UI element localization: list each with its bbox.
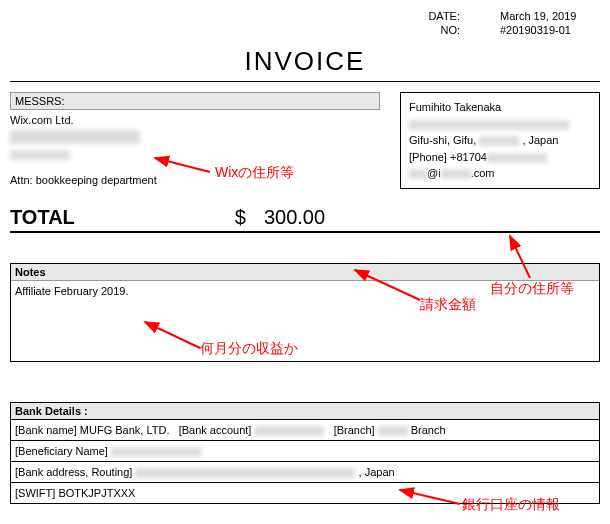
bank-branch-label: [Branch] — [334, 424, 375, 436]
bank-row-3: [Bank address, Routing] , Japan — [11, 462, 599, 483]
swift-line: [SWIFT] BOTKJPJTXXX — [15, 487, 135, 499]
no-value: #20190319-01 — [500, 24, 600, 36]
bank-address-suffix: , Japan — [359, 466, 395, 478]
date-value: March 19, 2019 — [500, 10, 600, 22]
sender-email-mid: @i — [427, 167, 441, 179]
invoice-date-row: DATE: March 19, 2019 — [10, 10, 600, 22]
recipient-address-redacted-2 — [10, 148, 380, 160]
sender-block: Fumihito Takenaka Gifu-shi, Gifu, , Japa… — [400, 92, 600, 189]
bank-row-4: [SWIFT] BOTKJPJTXXX — [11, 483, 599, 504]
total-label: TOTAL — [10, 206, 75, 229]
bank-details-box: Bank Details : [Bank name] MUFG Bank, LT… — [10, 402, 600, 504]
invoice-title: INVOICE — [245, 46, 366, 77]
sender-phone-prefix: [Phone] +81704 — [409, 151, 487, 163]
notes-body: Affiliate February 2019. — [11, 281, 599, 361]
bank-account-label: [Bank account] — [179, 424, 252, 436]
title-wrap: INVOICE — [10, 46, 600, 77]
total-amount: 300.00 — [264, 206, 325, 229]
recipient-attn: Attn: bookkeeping department — [10, 174, 380, 186]
title-rule — [10, 81, 600, 82]
notes-header: Notes — [11, 264, 599, 281]
sender-city-suffix: , Japan — [522, 134, 558, 146]
recipient-address-redacted — [10, 130, 380, 144]
sender-city-prefix: Gifu-shi, Gifu, — [409, 134, 476, 146]
bank-name: [Bank name] MUFG Bank, LTD. — [15, 424, 169, 436]
bank-branch-suffix: Branch — [411, 424, 446, 436]
messrs-header: MESSRS: — [10, 92, 380, 110]
bank-row-1: [Bank name] MUFG Bank, LTD. [Bank accoun… — [11, 420, 599, 441]
date-label: DATE: — [400, 10, 460, 22]
sender-email-line: @i.com — [409, 165, 591, 182]
bank-header: Bank Details : — [11, 403, 599, 420]
recipient-block: MESSRS: Wix.com Ltd. Attn: bookkeeping d… — [10, 92, 380, 190]
bank-address-label: [Bank address, Routing] — [15, 466, 132, 478]
invoice-no-row: NO: #20190319-01 — [10, 24, 600, 36]
notes-box: Notes Affiliate February 2019. — [10, 263, 600, 362]
sender-city-line: Gifu-shi, Gifu, , Japan — [409, 132, 591, 149]
total-row: TOTAL $ 300.00 — [10, 204, 600, 233]
no-label: NO: — [400, 24, 460, 36]
beneficiary-label: [Beneficiary Name] — [15, 445, 108, 457]
total-currency: $ — [235, 206, 246, 229]
sender-address-redacted — [409, 116, 591, 133]
sender-name: Fumihito Takenaka — [409, 99, 591, 116]
sender-phone-line: [Phone] +81704 — [409, 149, 591, 166]
parties-section: MESSRS: Wix.com Ltd. Attn: bookkeeping d… — [10, 92, 600, 190]
bank-row-2: [Beneficiary Name] — [11, 441, 599, 462]
recipient-name: Wix.com Ltd. — [10, 114, 380, 126]
sender-email-suffix: .com — [471, 167, 495, 179]
